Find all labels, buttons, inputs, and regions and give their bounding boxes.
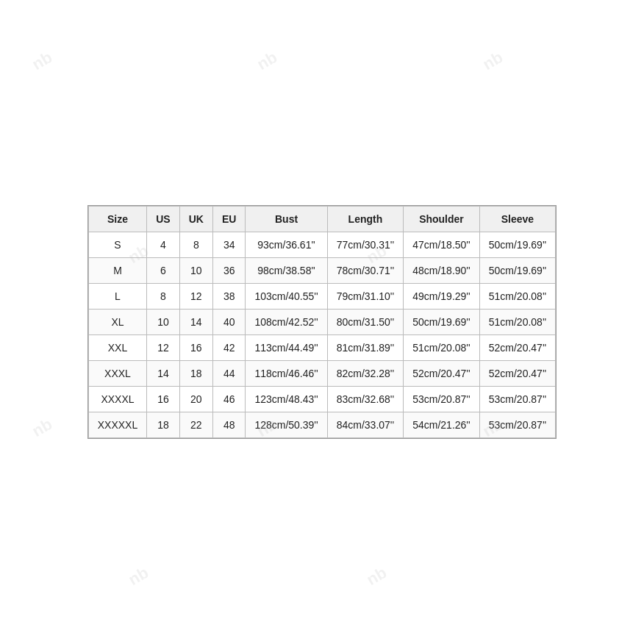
table-cell: 50cm/19.69'' [479, 232, 556, 258]
table-cell: 53cm/20.87'' [479, 387, 556, 412]
column-header-eu: EU [212, 207, 245, 232]
table-row: XL101440108cm/42.52''80cm/31.50''50cm/19… [88, 310, 555, 335]
table-row: XXXXL162046123cm/48.43''83cm/32.68''53cm… [88, 387, 555, 412]
watermark-text: nb [29, 415, 55, 441]
table-cell: 81cm/31.89'' [327, 335, 404, 361]
table-cell: 118cm/46.46'' [246, 361, 327, 387]
size-chart-wrapper: SizeUSUKEUBustLengthShoulderSleeve S4834… [87, 205, 557, 439]
watermark-text: nb [125, 563, 151, 590]
table-cell: 113cm/44.49'' [246, 335, 327, 361]
table-cell: 123cm/48.43'' [246, 387, 327, 412]
size-chart-table: SizeUSUKEUBustLengthShoulderSleeve S4834… [88, 206, 556, 438]
table-row: XXXXXL182248128cm/50.39''84cm/33.07''54c… [88, 412, 555, 438]
table-cell: 52cm/20.47'' [479, 335, 556, 361]
table-cell: 8 [147, 284, 179, 310]
table-cell: 54cm/21.26'' [404, 412, 480, 438]
table-cell: 51cm/20.08'' [479, 310, 556, 335]
table-cell: 22 [179, 412, 212, 438]
table-row: M6103698cm/38.58''78cm/30.71''48cm/18.90… [88, 258, 555, 284]
table-cell: L [88, 284, 146, 310]
page: nbnbnbnbnbnbnbnbnbnb SizeUSUKEUBustLengt… [0, 0, 644, 644]
table-cell: 48 [212, 412, 245, 438]
table-cell: 80cm/31.50'' [327, 310, 404, 335]
table-cell: 51cm/20.08'' [404, 335, 480, 361]
column-header-size: Size [88, 207, 146, 232]
table-cell: 36 [212, 258, 245, 284]
table-cell: XXL [88, 335, 146, 361]
table-cell: 103cm/40.55'' [246, 284, 327, 310]
table-cell: 42 [212, 335, 245, 361]
table-cell: 108cm/42.52'' [246, 310, 327, 335]
watermark-text: nb [364, 563, 390, 590]
table-cell: 77cm/30.31'' [327, 232, 404, 258]
table-cell: 6 [147, 258, 179, 284]
table-cell: 16 [179, 335, 212, 361]
table-cell: 78cm/30.71'' [327, 258, 404, 284]
table-cell: 52cm/20.47'' [479, 361, 556, 387]
column-header-uk: UK [179, 207, 212, 232]
watermark-text: nb [254, 48, 281, 74]
table-cell: 12 [179, 284, 212, 310]
table-cell: 128cm/50.39'' [246, 412, 327, 438]
table-cell: 8 [179, 232, 212, 258]
table-cell: 14 [179, 310, 212, 335]
table-row: XXXL141844118cm/46.46''82cm/32.28''52cm/… [88, 361, 555, 387]
table-cell: 48cm/18.90'' [404, 258, 480, 284]
table-cell: 40 [212, 310, 245, 335]
column-header-shoulder: Shoulder [404, 207, 480, 232]
table-row: S483493cm/36.61''77cm/30.31''47cm/18.50'… [88, 232, 555, 258]
table-cell: 84cm/33.07'' [327, 412, 404, 438]
table-cell: 50cm/19.69'' [479, 258, 556, 284]
table-cell: 4 [147, 232, 179, 258]
table-cell: 51cm/20.08'' [479, 284, 556, 310]
table-cell: 79cm/31.10'' [327, 284, 404, 310]
table-cell: 20 [179, 387, 212, 412]
column-header-length: Length [327, 207, 404, 232]
column-header-sleeve: Sleeve [479, 207, 556, 232]
table-cell: 14 [147, 361, 179, 387]
table-cell: 38 [212, 284, 245, 310]
table-cell: 10 [147, 310, 179, 335]
watermark-text: nb [479, 48, 506, 74]
column-header-bust: Bust [246, 207, 327, 232]
table-cell: 50cm/19.69'' [404, 310, 480, 335]
table-row: XXL121642113cm/44.49''81cm/31.89''51cm/2… [88, 335, 555, 361]
table-cell: 49cm/19.29'' [404, 284, 480, 310]
table-cell: 98cm/38.58'' [246, 258, 327, 284]
table-cell: 52cm/20.47'' [404, 361, 480, 387]
table-cell: 83cm/32.68'' [327, 387, 404, 412]
column-header-us: US [147, 207, 179, 232]
table-cell: 93cm/36.61'' [246, 232, 327, 258]
table-cell: 34 [212, 232, 245, 258]
table-cell: 16 [147, 387, 179, 412]
table-cell: 12 [147, 335, 179, 361]
table-cell: 46 [212, 387, 245, 412]
table-cell: 18 [179, 361, 212, 387]
table-cell: XXXXXL [88, 412, 146, 438]
table-cell: 82cm/32.28'' [327, 361, 404, 387]
table-cell: S [88, 232, 146, 258]
table-cell: 53cm/20.87'' [479, 412, 556, 438]
table-cell: M [88, 258, 146, 284]
table-cell: XL [88, 310, 146, 335]
table-cell: 47cm/18.50'' [404, 232, 480, 258]
table-cell: XXXL [88, 361, 146, 387]
table-cell: 44 [212, 361, 245, 387]
table-cell: XXXXL [88, 387, 146, 412]
table-cell: 10 [179, 258, 212, 284]
watermark-text: nb [29, 48, 55, 74]
table-cell: 53cm/20.87'' [404, 387, 480, 412]
table-cell: 18 [147, 412, 179, 438]
table-row: L81238103cm/40.55''79cm/31.10''49cm/19.2… [88, 284, 555, 310]
